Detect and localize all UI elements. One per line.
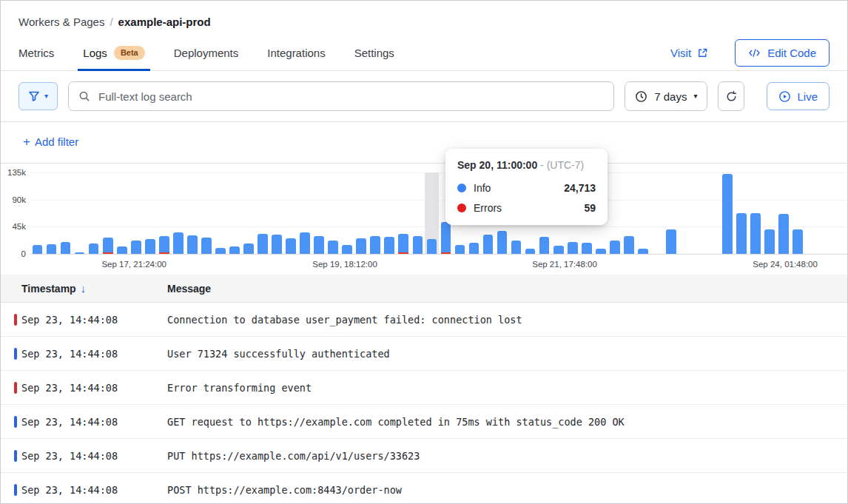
log-row[interactable]: Sep 23, 14:44:08POST https://example.com… <box>1 473 847 504</box>
tab-deployments[interactable]: Deployments <box>174 36 239 70</box>
chart-bar-slot[interactable] <box>44 172 58 254</box>
tab-settings[interactable]: Settings <box>354 36 394 70</box>
log-row[interactable]: Sep 23, 14:44:08GET request to https://e… <box>1 405 847 439</box>
chart-bar-slot[interactable] <box>115 172 129 254</box>
chart-bar-slot[interactable] <box>326 172 340 254</box>
visit-link[interactable]: Visit <box>666 46 713 60</box>
external-link-icon <box>697 47 708 58</box>
bar-info-segment <box>370 236 380 254</box>
chart-bar-slot[interactable] <box>636 172 650 254</box>
live-label: Live <box>797 90 818 103</box>
chart-bar-slot[interactable] <box>608 172 622 254</box>
live-button[interactable]: Live <box>767 82 830 110</box>
chart-bar-slot[interactable] <box>777 172 791 254</box>
add-filter-button[interactable]: + Add filter <box>18 135 83 149</box>
tab-label: Metrics <box>18 47 54 59</box>
chart-bar-slot[interactable] <box>735 172 749 254</box>
play-circle-icon <box>778 90 791 103</box>
chart-bar-slot[interactable] <box>664 172 678 254</box>
search-input[interactable] <box>97 90 604 104</box>
chart-bar-slot[interactable] <box>73 172 87 254</box>
tooltip-series-row: Info24,713 <box>457 182 596 194</box>
log-table: Timestamp ↓ Message Sep 23, 14:44:08Conn… <box>1 275 847 504</box>
chart-bar-slot[interactable] <box>270 172 284 254</box>
tooltip-series-label: Errors <box>474 202 502 214</box>
chart-bar-slot[interactable] <box>833 172 847 254</box>
bar-info-segment <box>47 244 57 254</box>
chart-bar-slot[interactable] <box>383 172 397 254</box>
log-message: Error transforming event <box>167 382 847 394</box>
chart-bar-slot[interactable] <box>256 172 270 254</box>
chart-bar-slot[interactable] <box>805 172 819 254</box>
chart-bar-slot[interactable] <box>241 172 255 254</box>
chart-bar-slot[interactable] <box>284 172 298 254</box>
chart-bar-slot[interactable] <box>30 172 44 254</box>
log-row[interactable]: Sep 23, 14:44:08Connection to database u… <box>1 303 847 337</box>
chart-bar-slot[interactable] <box>678 172 692 254</box>
bar-info-segment <box>314 236 324 254</box>
log-row[interactable]: Sep 23, 14:44:08Error transforming event <box>1 371 847 405</box>
column-header-message[interactable]: Message <box>167 283 847 295</box>
refresh-button[interactable] <box>718 81 744 111</box>
chart-bars <box>30 172 847 254</box>
log-row[interactable]: Sep 23, 14:44:08PUT https://example.com/… <box>1 439 847 473</box>
chart-bar-slot[interactable] <box>819 172 833 254</box>
chart-bar-slot[interactable] <box>354 172 369 254</box>
bar-info-segment <box>596 249 606 254</box>
log-message: Connection to database user_payment fail… <box>167 314 847 326</box>
tab-logs[interactable]: LogsBeta <box>83 36 144 70</box>
chart-plot-area[interactable]: Sep 17, 21:24:00Sep 19, 18:12:00Sep 21, … <box>30 172 847 255</box>
tab-integrations[interactable]: Integrations <box>267 36 325 70</box>
filter-dropdown-button[interactable]: ▾ <box>18 82 58 110</box>
chart-bar-slot[interactable] <box>369 172 383 254</box>
bar-info-segment <box>469 243 479 254</box>
tab-metrics[interactable]: Metrics <box>18 36 54 70</box>
bar-info-segment <box>539 237 550 254</box>
bar-info-segment <box>258 234 268 254</box>
caret-down-icon: ▾ <box>44 93 48 100</box>
bar-info-segment <box>33 245 43 254</box>
search-box[interactable] <box>68 81 614 111</box>
bar-info-segment <box>286 238 296 254</box>
chart-bar-slot[interactable] <box>411 172 425 254</box>
chart-bar-slot[interactable] <box>312 172 326 254</box>
chart-bar-slot[interactable] <box>87 172 101 254</box>
bar-info-segment <box>229 246 240 254</box>
edit-code-button[interactable]: Edit Code <box>735 39 830 67</box>
log-row[interactable]: Sep 23, 14:44:08User 71324 successfully … <box>1 337 847 371</box>
column-header-timestamp[interactable]: Timestamp ↓ <box>1 282 167 295</box>
chart-bar-slot[interactable] <box>791 172 805 254</box>
chart-bar-highlighted[interactable] <box>425 172 439 254</box>
chart-bar-slot[interactable] <box>721 172 735 254</box>
breadcrumb-section[interactable]: Workers & Pages <box>18 16 104 28</box>
x-tick-label: Sep 17, 21:24:00 <box>101 260 166 269</box>
chart-bar-slot[interactable] <box>707 172 721 254</box>
chart-bar-slot[interactable] <box>213 172 227 254</box>
bar-info-segment <box>356 238 366 254</box>
chart-bar-slot[interactable] <box>298 172 312 254</box>
bar-info-segment <box>89 243 99 254</box>
breadcrumb-separator: / <box>110 16 112 28</box>
chart-bar-slot[interactable] <box>58 172 73 254</box>
workers-logs-page: Workers & Pages / example-api-prod Metri… <box>0 0 848 504</box>
chart-bar-slot[interactable] <box>397 172 411 254</box>
chart-bar-slot[interactable] <box>622 172 636 254</box>
chart-bar-slot[interactable] <box>692 172 706 254</box>
chart-bar-slot[interactable] <box>749 172 763 254</box>
chart-bar-slot[interactable] <box>227 172 241 254</box>
beta-badge: Beta <box>114 46 145 60</box>
filter-row: + Add filter <box>1 122 847 164</box>
sort-desc-icon[interactable]: ↓ <box>81 282 87 295</box>
chart-bar-slot[interactable] <box>763 172 777 254</box>
chart-bar-slot[interactable] <box>650 172 664 254</box>
chart-bar-slot[interactable] <box>157 172 171 254</box>
chart-bar-slot[interactable] <box>129 172 143 254</box>
chart-bar-slot[interactable] <box>171 172 185 254</box>
chart-bar-slot[interactable] <box>199 172 213 254</box>
time-range-dropdown[interactable]: 7 days ▾ <box>625 81 707 111</box>
chart-bar-slot[interactable] <box>185 172 199 254</box>
time-range-value: 7 days <box>654 90 687 103</box>
chart-bar-slot[interactable] <box>101 172 115 254</box>
chart-bar-slot[interactable] <box>340 172 354 254</box>
chart-bar-slot[interactable] <box>143 172 157 254</box>
